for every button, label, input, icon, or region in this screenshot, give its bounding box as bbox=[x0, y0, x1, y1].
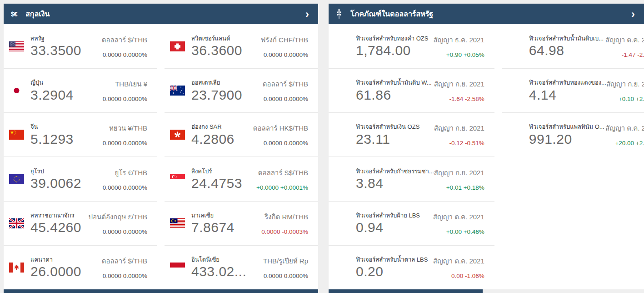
instrument-change: 0.0000 0.0000% bbox=[103, 228, 147, 235]
next-section-header-cutoff bbox=[4, 289, 318, 293]
instrument-price: 433.02... bbox=[191, 264, 263, 280]
currency-item[interactable]: จีน5.1293หยวน ¥/THB0.0000 0.0000% bbox=[4, 112, 157, 157]
commodities-panel-header[interactable]: โภคภัณฑ์ในดอลลาร์สหรัฐ › bbox=[329, 4, 644, 24]
instrument-price: 64.98 bbox=[529, 43, 605, 59]
next-section-header-cutoff bbox=[329, 289, 483, 293]
instrument-name: ฟิวเจอร์สสำหรับทองแดงของ... bbox=[529, 78, 606, 87]
currencies-column-2: สวิตเซอร์แลนด์36.3600ฟรังก์ CHF/THB0.000… bbox=[165, 24, 318, 289]
instrument-price: 3.2904 bbox=[30, 87, 103, 103]
instrument-name: ฟิวเจอร์สสำหรับแพลทินัม O... bbox=[529, 122, 605, 131]
flag-ca-icon bbox=[9, 263, 24, 273]
instrument-pair: ดอลลาร์ S$/THB bbox=[258, 167, 308, 178]
currency-item[interactable]: ยุโรป39.0062ยูโร €/THB0.0000 0.0000% bbox=[4, 157, 157, 201]
commodity-item[interactable]: ฟิวเจอร์สสำหรับทองแดงของ...4.14สัญญา ก.ย… bbox=[502, 68, 644, 112]
instrument-pair: หยวน ¥/THB bbox=[109, 123, 147, 134]
instrument-name: ญี่ปุ่น bbox=[30, 78, 103, 87]
flag-au-icon bbox=[170, 86, 185, 96]
instrument-contract: สัญญา ต.ค. 2021 bbox=[605, 123, 644, 134]
instrument-change: 0.0000 0.0000% bbox=[103, 184, 147, 191]
instrument-price: 61.86 bbox=[356, 87, 434, 103]
instrument-change: -0.12 -0.51% bbox=[449, 140, 484, 146]
instrument-change: 0.0000 0.0000% bbox=[264, 96, 308, 102]
instrument-change: +0.10 +2.38% bbox=[619, 96, 644, 102]
flag-cn-icon bbox=[9, 130, 24, 140]
instrument-price: 4.2806 bbox=[191, 131, 253, 147]
instrument-price: 0.20 bbox=[356, 264, 433, 280]
instrument-name: ฮ่องกง SAR bbox=[191, 122, 253, 131]
commodity-item[interactable]: ฟิวเจอร์สสำหรับก๊าซธรรมชา...3.84สัญญา ก.… bbox=[329, 157, 494, 201]
instrument-name: จีน bbox=[30, 122, 103, 131]
instrument-change: +0.0000 +0.0001% bbox=[256, 184, 308, 191]
flag-id-icon bbox=[170, 263, 185, 273]
commodity-item[interactable]: ฟิวเจอร์สสำหรับฝ้าย LBS0.94สัญญา ต.ค. 20… bbox=[329, 201, 494, 245]
commodity-item[interactable]: ฟิวเจอร์สสำหรับน้ำตาล LBS0.20สัญญา ต.ค. … bbox=[329, 245, 494, 289]
commodity-item[interactable]: ฟิวเจอร์สสำหรับน้ำมันดิบเบ...64.98สัญญา … bbox=[502, 24, 644, 68]
instrument-pair: THB/เยน ¥ bbox=[115, 79, 147, 90]
instrument-name: ยุโรป bbox=[30, 167, 103, 176]
currency-item[interactable]: อินโดนีเซีย433.02...THB/รูเปียห์ Rp0.000… bbox=[165, 245, 318, 289]
instrument-price: 39.0062 bbox=[30, 176, 103, 192]
instrument-name: ฟิวเจอร์สสำหรับเงิน OZS bbox=[356, 122, 434, 131]
instrument-change: -1.47 -2.21% bbox=[622, 51, 644, 58]
currency-item[interactable]: มาเลเซีย7.8674ริงกิต RM/THB0.0000 -0.000… bbox=[165, 201, 318, 245]
instrument-name: ออสเตรเลีย bbox=[191, 78, 263, 87]
commodities-panel-title: โภคภัณฑ์ในดอลลาร์สหรัฐ bbox=[350, 8, 630, 20]
instrument-price: 45.4260 bbox=[30, 220, 88, 236]
instrument-price: 33.3500 bbox=[30, 43, 102, 59]
currencies-panel-title: สกุลเงิน bbox=[25, 8, 305, 20]
currency-item[interactable]: ฮ่องกง SAR4.2806ดอลลาร์ HK$/THB0.0000 0.… bbox=[165, 112, 318, 157]
instrument-name: ฟิวเจอร์สสำหรับน้ำตาล LBS bbox=[356, 255, 433, 264]
currency-item[interactable]: ญี่ปุ่น3.2904THB/เยน ¥0.0000 0.0000% bbox=[4, 68, 157, 112]
instrument-name: ฟิวเจอร์สสำหรับก๊าซธรรมชา... bbox=[356, 167, 434, 176]
instrument-change: +0.90 +0.05% bbox=[446, 51, 484, 58]
instrument-price: 4.14 bbox=[529, 87, 606, 103]
instrument-name: สหราชอาณาจักร bbox=[30, 211, 88, 220]
currency-item[interactable]: สหราชอาณาจักร45.4260ปอนด์อังกฤษ £/THB0.0… bbox=[4, 201, 157, 245]
instrument-pair: ปอนด์อังกฤษ £/THB bbox=[88, 212, 147, 222]
instrument-name: แคนาดา bbox=[30, 255, 102, 264]
instrument-change: 0.0000 0.0000% bbox=[103, 140, 147, 146]
flag-jp-icon bbox=[9, 86, 24, 96]
instrument-price: 23.11 bbox=[356, 131, 434, 147]
instrument-pair: ดอลลาร์ $/THB bbox=[102, 35, 147, 45]
instrument-change: 0.0000 0.0000% bbox=[103, 51, 147, 58]
instrument-contract: สัญญา ก.ย. 2021 bbox=[434, 167, 484, 178]
currency-item[interactable]: สวิตเซอร์แลนด์36.3600ฟรังก์ CHF/THB0.000… bbox=[165, 24, 318, 68]
instrument-contract: สัญญา ต.ค. 2021 bbox=[433, 256, 484, 267]
instrument-change: 0.0000 0.0000% bbox=[264, 51, 308, 58]
chevron-right-icon[interactable]: › bbox=[630, 9, 636, 20]
instrument-name: ฟิวเจอร์สสำหรับทองคำ OZS bbox=[356, 34, 433, 43]
currency-item[interactable]: แคนาดา26.0000ดอลลาร์ $/THB0.0000 0.0000% bbox=[4, 245, 157, 289]
instrument-contract: สัญญา ก.ย. 2021 bbox=[606, 79, 644, 90]
instrument-change: 0.0000 0.0000% bbox=[103, 96, 147, 102]
flag-us-icon bbox=[9, 41, 24, 51]
flag-my-icon bbox=[170, 218, 185, 228]
instrument-pair: ริงกิต RM/THB bbox=[265, 212, 308, 222]
flag-sg-icon bbox=[170, 174, 185, 184]
flag-hk-icon bbox=[170, 130, 185, 140]
instrument-name: สิงคโปร์ bbox=[191, 167, 256, 176]
instrument-name: มาเลเซีย bbox=[191, 211, 261, 220]
instrument-price: 1,784.00 bbox=[356, 43, 433, 59]
commodity-item[interactable]: ฟิวเจอร์สสำหรับทองคำ OZS1,784.00สัญญา ธ.… bbox=[329, 24, 494, 68]
currency-item[interactable]: สิงคโปร์24.4753ดอลลาร์ S$/THB+0.0000 +0.… bbox=[165, 157, 318, 201]
instrument-price: 36.3600 bbox=[191, 43, 261, 59]
instrument-change: +20.00 +2.06% bbox=[615, 140, 644, 146]
instrument-change: 0.0000 0.0000% bbox=[264, 273, 308, 279]
commodity-item[interactable]: ฟิวเจอร์สสำหรับเงิน OZS23.11สัญญา ก.ย. 2… bbox=[329, 112, 494, 157]
currency-item[interactable]: สหรัฐ33.3500ดอลลาร์ $/THB0.0000 0.0000% bbox=[4, 24, 157, 68]
instrument-contract: สัญญา ต.ค. 2021 bbox=[605, 35, 644, 45]
instrument-pair: THB/รูเปียห์ Rp bbox=[263, 256, 308, 267]
currencies-column-1: สหรัฐ33.3500ดอลลาร์ $/THB0.0000 0.0000%ญ… bbox=[4, 24, 157, 289]
commodities-panel: โภคภัณฑ์ในดอลลาร์สหรัฐ › ฟิวเจอร์สสำหรับ… bbox=[329, 4, 644, 293]
dashboard: $€ สกุลเงิน › สหรัฐ33.3500ดอลลาร์ $/THB0… bbox=[0, 0, 644, 293]
commodity-item[interactable]: ฟิวเจอร์สสำหรับแพลทินัม O...991.20สัญญา … bbox=[502, 112, 644, 157]
commodities-column-2: ฟิวเจอร์สสำหรับน้ำมันดิบเบ...64.98สัญญา … bbox=[502, 24, 644, 289]
instrument-price: 3.84 bbox=[356, 176, 434, 192]
currency-item[interactable]: ออสเตรเลีย23.7900ดอลลาร์ $/THB0.0000 0.0… bbox=[165, 68, 318, 112]
commodity-item[interactable]: ฟิวเจอร์สสำหรับน้ำมันดิบ W...61.86สัญญา … bbox=[329, 68, 494, 112]
chevron-right-icon[interactable]: › bbox=[305, 9, 310, 20]
instrument-price: 5.1293 bbox=[30, 131, 103, 147]
currencies-panel-header[interactable]: $€ สกุลเงิน › bbox=[4, 4, 318, 24]
instrument-contract: สัญญา ต.ค. 2021 bbox=[433, 212, 484, 222]
